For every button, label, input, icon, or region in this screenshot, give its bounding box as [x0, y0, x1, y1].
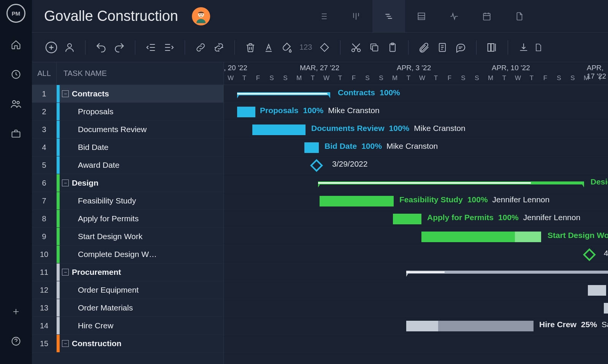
- task-bar-feasibility[interactable]: [320, 196, 394, 206]
- task-row[interactable]: 9Start Design Work: [32, 228, 223, 246]
- view-list-icon[interactable]: [307, 0, 340, 32]
- summary-bar-design[interactable]: [318, 181, 584, 184]
- toolbar: 123: [32, 33, 608, 62]
- add-icon[interactable]: [9, 305, 23, 318]
- task-row[interactable]: 7Feasibility Study: [32, 192, 223, 210]
- task-row[interactable]: 5Award Date: [32, 156, 223, 174]
- copy-icon[interactable]: [366, 39, 382, 55]
- summary-bar-contracts[interactable]: [237, 92, 330, 95]
- task-name-label: Bid Date: [78, 143, 109, 152]
- task-bar-hire-crew[interactable]: [406, 321, 534, 331]
- collapse-toggle-icon[interactable]: −: [62, 340, 69, 347]
- fill-icon[interactable]: [279, 39, 295, 55]
- summary-bar-procurement[interactable]: [406, 271, 608, 274]
- columns-icon[interactable]: [484, 39, 500, 55]
- timeline-day-label: T: [333, 74, 347, 82]
- task-bar-proposals[interactable]: [237, 107, 255, 117]
- gantt-row[interactable]: Feasibility Study100%Jennifer Lennon: [224, 192, 608, 210]
- collapse-toggle-icon[interactable]: −: [62, 180, 69, 186]
- cut-icon[interactable]: [348, 39, 364, 55]
- indent-icon[interactable]: [161, 39, 177, 55]
- gantt-row[interactable]: Proposals100%Mike Cranston: [224, 103, 608, 121]
- column-all[interactable]: ALL: [32, 62, 57, 85]
- view-sheet-icon[interactable]: [405, 0, 438, 32]
- avatar[interactable]: [192, 7, 210, 25]
- collapse-toggle-icon[interactable]: −: [62, 90, 69, 97]
- task-row[interactable]: 13Order Materials: [32, 299, 223, 317]
- home-icon[interactable]: [9, 38, 23, 52]
- gantt-row[interactable]: Contracts100%: [224, 85, 608, 103]
- gantt-row[interactable]: Bid Date100%Mike Cranston: [224, 139, 608, 156]
- view-board-icon[interactable]: [340, 0, 372, 32]
- milestone-award-date[interactable]: [310, 159, 323, 172]
- priority-icon[interactable]: [317, 39, 332, 55]
- paste-icon[interactable]: [385, 39, 401, 55]
- task-bar-order-materials[interactable]: [604, 303, 608, 314]
- gantt-row[interactable]: Start Design Work: [224, 228, 608, 246]
- task-row[interactable]: 6−Design: [32, 174, 223, 192]
- column-task-name[interactable]: TASK NAME: [57, 69, 107, 78]
- gantt-row[interactable]: Order: [224, 281, 608, 299]
- task-row[interactable]: 14Hire Crew: [32, 317, 223, 335]
- gantt-row[interactable]: Documents Review100%Mike Cranston: [224, 121, 608, 139]
- view-calendar-icon[interactable]: [470, 0, 503, 32]
- gantt-row[interactable]: Ord: [224, 299, 608, 317]
- help-icon[interactable]: [9, 334, 23, 348]
- task-bar-permits[interactable]: [393, 214, 421, 224]
- comment-icon[interactable]: [453, 39, 469, 55]
- gantt-row[interactable]: 4/18/20: [224, 246, 608, 263]
- add-task-icon[interactable]: [43, 39, 59, 55]
- number-format-label[interactable]: 123: [297, 43, 314, 52]
- task-row[interactable]: 12Order Equipment: [32, 281, 223, 299]
- task-row[interactable]: 15−Construction: [32, 335, 223, 353]
- bar-label: Hire Crew: [539, 320, 576, 329]
- view-gantt-icon[interactable]: [372, 0, 405, 32]
- link-icon[interactable]: [193, 39, 209, 55]
- task-row[interactable]: 2Proposals: [32, 103, 223, 121]
- task-row[interactable]: 11−Procurement: [32, 263, 223, 281]
- gantt-row[interactable]: [224, 335, 608, 353]
- outdent-icon[interactable]: [143, 39, 159, 55]
- view-file-icon[interactable]: [503, 0, 536, 32]
- task-bar-order-equipment[interactable]: [588, 285, 606, 296]
- import-icon[interactable]: [516, 39, 532, 55]
- redo-icon[interactable]: [111, 39, 127, 55]
- gantt-row[interactable]: Apply for Permits100%Jennifer Lennon: [224, 210, 608, 228]
- gantt-row[interactable]: Design80: [224, 174, 608, 192]
- view-activity-icon[interactable]: [438, 0, 470, 32]
- clock-icon[interactable]: [9, 68, 23, 81]
- task-name-label: Contracts: [72, 89, 109, 98]
- task-color-stripe: [57, 192, 60, 210]
- task-row[interactable]: 3Documents Review: [32, 121, 223, 139]
- app-logo[interactable]: PM: [6, 4, 25, 23]
- task-bar-documents-review[interactable]: [252, 124, 306, 135]
- text-color-icon[interactable]: [261, 39, 277, 55]
- attachment-icon[interactable]: [416, 39, 432, 55]
- briefcase-icon[interactable]: [9, 127, 23, 140]
- undo-icon[interactable]: [93, 39, 109, 55]
- task-row-number: 1: [32, 85, 57, 102]
- unlink-icon[interactable]: [211, 39, 227, 55]
- project-title: Govalle Construction: [44, 8, 178, 24]
- gantt-row[interactable]: Hire Crew25%Sam S: [224, 317, 608, 335]
- task-bar-bid-date[interactable]: [304, 142, 319, 153]
- milestone-complete-design[interactable]: [583, 248, 596, 261]
- delete-icon[interactable]: [242, 39, 258, 55]
- task-row[interactable]: 4Bid Date: [32, 139, 223, 156]
- task-name-label: Documents Review: [78, 125, 147, 134]
- task-row[interactable]: 8Apply for Permits: [32, 210, 223, 228]
- task-name-label: Award Date: [78, 161, 119, 170]
- task-row-number: 4: [32, 139, 57, 156]
- svg-rect-14: [373, 46, 378, 51]
- collapse-toggle-icon[interactable]: −: [62, 269, 69, 276]
- task-bar-start-design[interactable]: [421, 232, 541, 242]
- export-icon[interactable]: [534, 39, 543, 55]
- notes-icon[interactable]: [434, 39, 450, 55]
- assign-icon[interactable]: [62, 39, 78, 55]
- team-icon[interactable]: [9, 97, 23, 111]
- task-row-number: 11: [32, 263, 57, 281]
- task-row[interactable]: 1−Contracts: [32, 85, 223, 103]
- gantt-row[interactable]: Pro: [224, 263, 608, 281]
- gantt-row[interactable]: 3/29/2022: [224, 156, 608, 174]
- task-row[interactable]: 10Complete Design W…: [32, 246, 223, 263]
